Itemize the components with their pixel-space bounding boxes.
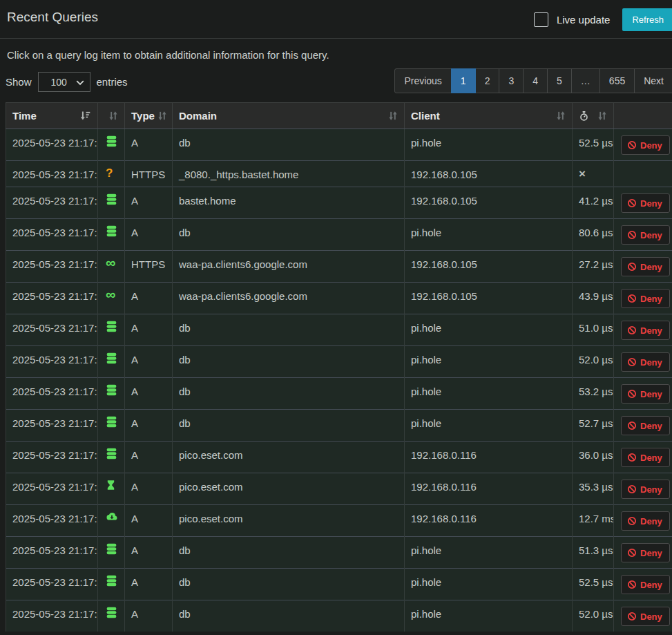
description-text: Click on a query log item to obtain addi… xyxy=(7,49,672,61)
query-time: 2025-05-23 21:17:26 xyxy=(6,161,98,187)
refresh-button[interactable]: Refresh xyxy=(622,8,672,31)
page-header: Recent Queries Live update Refresh xyxy=(0,0,672,39)
query-time: 2025-05-23 21:17:20 xyxy=(6,537,98,569)
query-client: 192.168.0.116 xyxy=(405,473,573,505)
table-row[interactable]: 2025-05-23 21:17:26Abastet.home192.168.0… xyxy=(6,187,672,219)
deny-button[interactable]: Deny xyxy=(621,480,670,499)
deny-label: Deny xyxy=(640,389,662,399)
sort-desc-icon xyxy=(79,111,91,121)
deny-button[interactable]: Deny xyxy=(621,384,670,404)
query-domain: db xyxy=(173,378,405,410)
deny-label: Deny xyxy=(640,325,662,336)
table-row[interactable]: 2025-05-23 21:17:18Adbpi.hole52.0 µsDeny xyxy=(6,600,672,632)
deny-button[interactable]: Deny xyxy=(621,257,670,276)
query-status xyxy=(98,473,125,505)
query-domain: db xyxy=(173,314,405,346)
col-label-time: Time xyxy=(12,110,37,122)
deny-button[interactable]: Deny xyxy=(621,416,670,435)
query-domain: _8080._https.bastet.home xyxy=(173,161,405,187)
stopwatch-icon xyxy=(579,111,589,122)
deny-button[interactable]: Deny xyxy=(621,543,670,562)
query-type: A xyxy=(125,569,173,600)
pagination-page-2[interactable]: 2 xyxy=(475,68,500,93)
database-icon xyxy=(106,323,117,334)
pagination-page-655[interactable]: 655 xyxy=(599,68,635,93)
table-row[interactable]: 2025-05-23 21:17:26?HTTPS_8080._https.ba… xyxy=(6,161,672,187)
database-icon xyxy=(106,545,117,557)
page-title: Recent Queries xyxy=(7,10,98,25)
deny-button[interactable]: Deny xyxy=(621,575,670,594)
ban-icon xyxy=(627,612,637,621)
table-row[interactable]: 2025-05-23 21:17:25∞HTTPSwaa-pa.clients6… xyxy=(6,251,672,283)
table-row[interactable]: 2025-05-23 21:17:26Adbpi.hole52.5 µsDeny xyxy=(6,129,672,161)
deny-button[interactable]: Deny xyxy=(621,135,670,155)
query-status xyxy=(98,314,125,346)
database-icon xyxy=(106,386,117,398)
query-status xyxy=(98,442,125,473)
deny-label: Deny xyxy=(640,612,662,622)
pagination-page-3[interactable]: 3 xyxy=(499,68,524,93)
deny-button[interactable]: Deny xyxy=(621,193,670,213)
query-status xyxy=(98,187,125,219)
query-domain: pico.eset.com xyxy=(173,473,405,505)
table-row[interactable]: 2025-05-23 21:17:24Adbpi.hole51.0 µsDeny xyxy=(6,314,672,346)
col-header-domain[interactable]: Domain xyxy=(173,103,405,129)
col-header-status[interactable] xyxy=(98,103,125,129)
database-icon xyxy=(106,354,117,366)
ban-icon xyxy=(627,580,637,589)
query-type: A xyxy=(125,600,173,632)
pagination-previous[interactable]: Previous xyxy=(394,68,451,93)
table-row[interactable]: 2025-05-23 21:17:21Adbpi.hole52.7 µsDeny xyxy=(6,410,672,442)
deny-button[interactable]: Deny xyxy=(621,321,670,340)
col-header-type[interactable]: Type xyxy=(125,103,173,129)
table-row[interactable]: 2025-05-23 21:17:21Apico.eset.com192.168… xyxy=(6,473,672,505)
ban-icon xyxy=(627,198,637,208)
ban-icon xyxy=(627,484,637,494)
ban-icon xyxy=(627,262,637,272)
table-row[interactable]: 2025-05-23 21:17:25Adbpi.hole80.6 µsDeny xyxy=(6,219,672,251)
deny-label: Deny xyxy=(640,230,662,240)
query-reply: 36.0 µs xyxy=(573,442,614,473)
query-type: A xyxy=(125,473,173,505)
table-row[interactable]: 2025-05-23 21:17:23Adbpi.hole52.0 µsDeny xyxy=(6,346,672,378)
deny-button[interactable]: Deny xyxy=(621,289,670,308)
table-row[interactable]: 2025-05-23 21:17:19Adbpi.hole52.5 µsDeny xyxy=(6,569,672,600)
query-domain: waa-pa.clients6.google.com xyxy=(173,283,405,314)
col-header-time[interactable]: Time xyxy=(6,103,98,129)
deny-button[interactable]: Deny xyxy=(621,352,670,372)
database-icon xyxy=(106,138,117,149)
entries-select[interactable]: 100 xyxy=(38,72,90,92)
query-reply: 52.5 µs xyxy=(573,129,614,161)
table-row[interactable]: 2025-05-23 21:17:21Apico.eset.com192.168… xyxy=(6,505,672,537)
col-header-reply[interactable] xyxy=(573,103,614,129)
query-domain: db xyxy=(173,219,405,251)
pagination-page-4[interactable]: 4 xyxy=(523,68,548,93)
query-client: 192.168.0.116 xyxy=(405,442,573,473)
deny-button[interactable]: Deny xyxy=(621,511,670,531)
live-update-checkbox[interactable] xyxy=(534,12,548,27)
ban-icon xyxy=(627,548,637,558)
chevron-down-icon xyxy=(76,77,84,88)
deny-button[interactable]: Deny xyxy=(621,607,670,626)
deny-button[interactable]: Deny xyxy=(621,225,670,245)
hourglass-icon xyxy=(106,481,116,493)
query-reply: 41.2 µs xyxy=(573,187,614,219)
table-row[interactable]: 2025-05-23 21:17:22Adbpi.hole53.2 µsDeny xyxy=(6,378,672,410)
query-client: 192.168.0.105 xyxy=(405,161,573,187)
query-time: 2025-05-23 21:17:19 xyxy=(6,569,98,600)
query-domain: pico.eset.com xyxy=(173,442,405,473)
query-time: 2025-05-23 21:17:21 xyxy=(6,505,98,537)
table-row[interactable]: 2025-05-23 21:17:20Adbpi.hole51.3 µsDeny xyxy=(6,537,672,569)
table-row[interactable]: 2025-05-23 21:17:21Apico.eset.com192.168… xyxy=(6,442,672,473)
query-action: Deny xyxy=(614,537,672,569)
query-reply: 53.2 µs xyxy=(573,378,614,410)
table-row[interactable]: 2025-05-23 21:17:25∞Awaa-pa.clients6.goo… xyxy=(6,283,672,314)
pagination-page-5[interactable]: 5 xyxy=(547,68,572,93)
query-status xyxy=(98,537,125,569)
query-domain: db xyxy=(173,346,405,378)
pagination-next[interactable]: Next xyxy=(634,68,672,93)
sort-both-icon xyxy=(556,111,566,121)
deny-button[interactable]: Deny xyxy=(621,448,670,467)
pagination-page-1[interactable]: 1 xyxy=(451,68,476,93)
col-header-client[interactable]: Client xyxy=(405,103,573,129)
